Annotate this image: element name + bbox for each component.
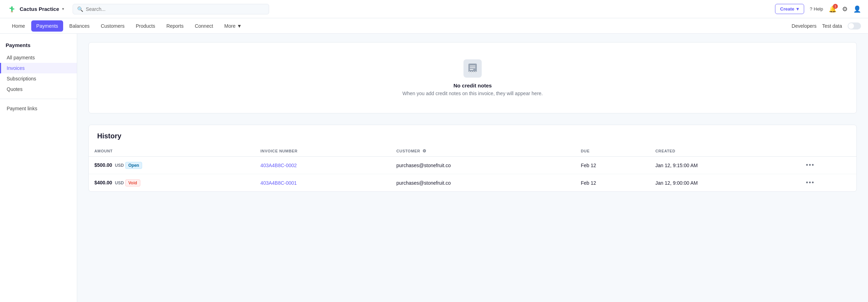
nav-left: Home Payments Balances Customers Product… xyxy=(7,20,792,32)
user-icon[interactable]: 👤 xyxy=(853,5,861,13)
cell-currency: USD xyxy=(115,180,124,185)
table-row: $400.00 USD Void 403A4B8C-0001 purchases… xyxy=(89,174,856,192)
nav-developers[interactable]: Developers xyxy=(792,23,816,29)
cell-amount: $400.00 USD Void xyxy=(89,174,255,192)
cell-customer: purchases@stonefruit.co xyxy=(391,174,575,192)
cell-more-actions[interactable]: ••• xyxy=(800,174,856,192)
history-section: History AMOUNT INVOICE NUMBER CUSTOMER ⚙… xyxy=(88,125,857,192)
nav-item-customers[interactable]: Customers xyxy=(96,20,129,32)
sidebar-item-quotes[interactable]: Quotes xyxy=(0,84,77,94)
customer-settings-icon[interactable]: ⚙ xyxy=(422,149,427,153)
empty-state-description: When you add credit notes on this invoic… xyxy=(402,91,543,96)
svg-rect-8 xyxy=(470,69,473,70)
cell-customer: purchases@stonefruit.co xyxy=(391,157,575,174)
cell-invoice-number[interactable]: 403A4B8C-0001 xyxy=(255,174,390,192)
nav-item-products[interactable]: Products xyxy=(131,20,160,32)
search-box[interactable]: 🔍 xyxy=(73,4,269,14)
create-button[interactable]: Create ▾ xyxy=(775,4,804,14)
col-due: DUE xyxy=(575,146,650,157)
cell-created: Jan 12, 9:00:00 AM xyxy=(650,174,800,192)
sidebar-item-subscriptions[interactable]: Subscriptions xyxy=(0,73,77,84)
cactus-logo xyxy=(7,4,17,14)
svg-rect-1 xyxy=(11,6,13,11)
sidebar-item-payment-links[interactable]: Payment links xyxy=(0,103,77,114)
status-badge: Void xyxy=(125,179,140,186)
cell-amount: $500.00 USD Open xyxy=(89,157,255,174)
brand[interactable]: Cactus Practice ▾ xyxy=(7,4,64,14)
col-customer: CUSTOMER ⚙ xyxy=(391,146,575,157)
cell-invoice-number[interactable]: 403A4B8C-0002 xyxy=(255,157,390,174)
nav-item-balances[interactable]: Balances xyxy=(65,20,95,32)
svg-rect-3 xyxy=(13,8,14,9)
top-bar: Cactus Practice ▾ 🔍 Create ▾ ? Help 🔔 1 … xyxy=(0,0,868,18)
nav-test-data[interactable]: Test data xyxy=(822,23,842,29)
brand-chevron-icon: ▾ xyxy=(62,7,64,11)
chevron-down-icon: ▾ xyxy=(796,6,799,12)
brand-name: Cactus Practice xyxy=(20,6,59,12)
history-title: History xyxy=(89,125,856,146)
svg-rect-7 xyxy=(470,67,475,68)
cell-created: Jan 12, 9:15:00 AM xyxy=(650,157,800,174)
settings-icon[interactable]: ⚙ xyxy=(842,5,848,13)
nav-item-home[interactable]: Home xyxy=(7,20,30,32)
sidebar-item-all-payments[interactable]: All payments xyxy=(0,52,77,63)
nav-bar: Home Payments Balances Customers Product… xyxy=(0,18,868,34)
col-actions xyxy=(800,146,856,157)
cell-more-actions[interactable]: ••• xyxy=(800,157,856,174)
table-row: $500.00 USD Open 403A4B8C-0002 purchases… xyxy=(89,157,856,174)
receipt-icon xyxy=(468,63,478,74)
sidebar-section-title: Payments xyxy=(0,42,77,52)
help-icon: ? xyxy=(810,6,812,12)
notifications-button[interactable]: 🔔 1 xyxy=(829,5,836,13)
sidebar-divider xyxy=(0,99,77,99)
sidebar: Payments All payments Invoices Subscript… xyxy=(0,34,77,302)
svg-rect-4 xyxy=(11,11,13,12)
history-table: AMOUNT INVOICE NUMBER CUSTOMER ⚙ DUE CRE… xyxy=(89,146,856,191)
empty-state-title: No credit notes xyxy=(453,83,492,88)
col-amount: AMOUNT xyxy=(89,146,255,157)
more-chevron-icon: ▼ xyxy=(237,23,242,29)
cell-currency: USD xyxy=(115,163,124,168)
layout: Payments All payments Invoices Subscript… xyxy=(0,34,868,302)
cell-due: Feb 12 xyxy=(575,174,650,192)
credit-notes-empty-state: No credit notes When you add credit note… xyxy=(88,42,857,113)
row-more-button[interactable]: ••• xyxy=(806,179,815,186)
status-badge: Open xyxy=(125,162,142,169)
col-invoice-number: INVOICE NUMBER xyxy=(255,146,390,157)
credit-notes-icon xyxy=(463,59,482,78)
nav-right: Developers Test data xyxy=(792,22,861,29)
top-actions: Create ▾ ? Help 🔔 1 ⚙ 👤 xyxy=(775,4,861,14)
search-input[interactable] xyxy=(86,6,265,12)
row-more-button[interactable]: ••• xyxy=(806,162,815,169)
col-created: CREATED xyxy=(650,146,800,157)
notification-badge: 1 xyxy=(833,4,838,9)
svg-rect-2 xyxy=(9,8,11,9)
cell-due: Feb 12 xyxy=(575,157,650,174)
search-icon: 🔍 xyxy=(77,6,83,12)
test-data-toggle[interactable] xyxy=(848,22,861,29)
help-button[interactable]: ? Help xyxy=(810,6,823,12)
sidebar-item-invoices[interactable]: Invoices xyxy=(0,63,77,73)
nav-item-connect[interactable]: Connect xyxy=(190,20,218,32)
main-content: No credit notes When you add credit note… xyxy=(77,34,868,302)
nav-item-reports[interactable]: Reports xyxy=(161,20,188,32)
svg-rect-6 xyxy=(470,66,475,66)
nav-item-more[interactable]: More ▼ xyxy=(219,20,247,32)
nav-item-payments[interactable]: Payments xyxy=(31,20,63,32)
